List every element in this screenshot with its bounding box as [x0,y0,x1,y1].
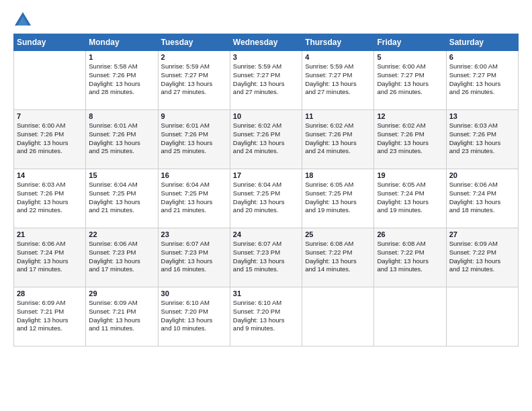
calendar-day-cell [14,51,86,110]
calendar-day-cell: 3Sunrise: 5:59 AM Sunset: 7:27 PM Daylig… [230,51,302,110]
calendar-day-cell: 27Sunrise: 6:09 AM Sunset: 7:22 PM Dayli… [446,228,518,287]
day-info: Sunrise: 6:04 AM Sunset: 7:25 PM Dayligh… [233,181,299,215]
day-info: Sunrise: 6:01 AM Sunset: 7:26 PM Dayligh… [89,122,154,156]
day-info: Sunrise: 6:08 AM Sunset: 7:22 PM Dayligh… [377,240,443,274]
calendar-day-cell: 4Sunrise: 5:59 AM Sunset: 7:27 PM Daylig… [302,51,374,110]
calendar-day-cell [446,287,518,347]
weekday-header: Saturday [446,34,518,51]
day-info: Sunrise: 6:09 AM Sunset: 7:21 PM Dayligh… [89,299,154,333]
day-info: Sunrise: 5:59 AM Sunset: 7:27 PM Dayligh… [305,62,371,97]
weekday-header: Wednesday [230,34,302,51]
calendar-day-cell: 29Sunrise: 6:09 AM Sunset: 7:21 PM Dayli… [86,287,158,347]
day-info: Sunrise: 6:09 AM Sunset: 7:21 PM Dayligh… [17,299,83,333]
day-number: 6 [449,53,515,61]
day-info: Sunrise: 6:00 AM Sunset: 7:26 PM Dayligh… [17,122,83,156]
day-info: Sunrise: 5:59 AM Sunset: 7:27 PM Dayligh… [161,62,227,97]
calendar-day-cell: 5Sunrise: 6:00 AM Sunset: 7:27 PM Daylig… [374,51,446,110]
day-number: 23 [161,230,227,238]
calendar-day-cell: 14Sunrise: 6:03 AM Sunset: 7:26 PM Dayli… [14,169,86,228]
day-info: Sunrise: 6:07 AM Sunset: 7:23 PM Dayligh… [233,240,299,274]
day-info: Sunrise: 6:05 AM Sunset: 7:24 PM Dayligh… [377,181,443,215]
calendar-day-cell: 28Sunrise: 6:09 AM Sunset: 7:21 PM Dayli… [14,287,86,347]
calendar-day-cell: 15Sunrise: 6:04 AM Sunset: 7:25 PM Dayli… [86,169,158,228]
day-info: Sunrise: 6:06 AM Sunset: 7:23 PM Dayligh… [89,240,154,274]
page: SundayMondayTuesdayWednesdayThursdayFrid… [0,0,532,353]
header [13,11,519,30]
day-info: Sunrise: 6:10 AM Sunset: 7:20 PM Dayligh… [233,299,299,333]
day-number: 4 [305,53,371,61]
day-number: 10 [233,112,299,120]
day-info: Sunrise: 6:10 AM Sunset: 7:20 PM Dayligh… [161,299,227,333]
weekday-header: Friday [374,34,446,51]
day-number: 26 [377,230,443,238]
calendar-day-cell: 9Sunrise: 6:01 AM Sunset: 7:26 PM Daylig… [158,110,230,169]
weekday-header-row: SundayMondayTuesdayWednesdayThursdayFrid… [14,34,519,51]
calendar-day-cell: 25Sunrise: 6:08 AM Sunset: 7:22 PM Dayli… [302,228,374,287]
logo [13,11,35,30]
day-info: Sunrise: 6:04 AM Sunset: 7:25 PM Dayligh… [89,181,154,215]
day-number: 22 [89,230,154,238]
day-number: 8 [89,112,154,120]
logo-icon [13,11,32,30]
day-info: Sunrise: 6:04 AM Sunset: 7:25 PM Dayligh… [161,181,227,215]
day-info: Sunrise: 6:03 AM Sunset: 7:26 PM Dayligh… [449,122,515,156]
calendar-day-cell: 11Sunrise: 6:02 AM Sunset: 7:26 PM Dayli… [302,110,374,169]
day-info: Sunrise: 6:03 AM Sunset: 7:26 PM Dayligh… [17,181,83,215]
calendar-day-cell: 12Sunrise: 6:02 AM Sunset: 7:26 PM Dayli… [374,110,446,169]
calendar-day-cell [374,287,446,347]
calendar-week-row: 21Sunrise: 6:06 AM Sunset: 7:24 PM Dayli… [14,228,519,287]
calendar-day-cell: 16Sunrise: 6:04 AM Sunset: 7:25 PM Dayli… [158,169,230,228]
day-info: Sunrise: 6:00 AM Sunset: 7:27 PM Dayligh… [377,62,443,97]
calendar-day-cell: 7Sunrise: 6:00 AM Sunset: 7:26 PM Daylig… [14,110,86,169]
day-info: Sunrise: 6:08 AM Sunset: 7:22 PM Dayligh… [305,240,371,274]
calendar-week-row: 7Sunrise: 6:00 AM Sunset: 7:26 PM Daylig… [14,110,519,169]
calendar-day-cell: 19Sunrise: 6:05 AM Sunset: 7:24 PM Dayli… [374,169,446,228]
calendar-day-cell: 10Sunrise: 6:02 AM Sunset: 7:26 PM Dayli… [230,110,302,169]
day-number: 13 [449,112,515,120]
calendar-day-cell: 2Sunrise: 5:59 AM Sunset: 7:27 PM Daylig… [158,51,230,110]
calendar-day-cell: 31Sunrise: 6:10 AM Sunset: 7:20 PM Dayli… [230,287,302,347]
calendar-week-row: 1Sunrise: 5:58 AM Sunset: 7:26 PM Daylig… [14,51,519,110]
day-number: 1 [89,53,154,61]
calendar-day-cell: 21Sunrise: 6:06 AM Sunset: 7:24 PM Dayli… [14,228,86,287]
day-number: 7 [17,112,83,120]
calendar-day-cell: 6Sunrise: 6:00 AM Sunset: 7:27 PM Daylig… [446,51,518,110]
calendar-day-cell: 23Sunrise: 6:07 AM Sunset: 7:23 PM Dayli… [158,228,230,287]
day-number: 15 [89,171,154,179]
calendar-day-cell: 1Sunrise: 5:58 AM Sunset: 7:26 PM Daylig… [86,51,158,110]
day-number: 2 [161,53,227,61]
day-number: 3 [233,53,299,61]
calendar-week-row: 14Sunrise: 6:03 AM Sunset: 7:26 PM Dayli… [14,169,519,228]
day-info: Sunrise: 6:07 AM Sunset: 7:23 PM Dayligh… [161,240,227,274]
weekday-header: Monday [86,34,158,51]
day-info: Sunrise: 6:05 AM Sunset: 7:25 PM Dayligh… [305,181,371,215]
calendar-table: SundayMondayTuesdayWednesdayThursdayFrid… [13,34,519,347]
calendar-day-cell: 17Sunrise: 6:04 AM Sunset: 7:25 PM Dayli… [230,169,302,228]
calendar-day-cell: 24Sunrise: 6:07 AM Sunset: 7:23 PM Dayli… [230,228,302,287]
calendar-day-cell [302,287,374,347]
calendar-day-cell: 8Sunrise: 6:01 AM Sunset: 7:26 PM Daylig… [86,110,158,169]
day-info: Sunrise: 6:02 AM Sunset: 7:26 PM Dayligh… [233,122,299,156]
day-number: 9 [161,112,227,120]
day-number: 31 [233,289,299,298]
day-number: 18 [305,171,371,179]
day-number: 20 [449,171,515,179]
day-number: 21 [17,230,83,238]
weekday-header: Thursday [302,34,374,51]
day-number: 27 [449,230,515,238]
day-number: 24 [233,230,299,238]
calendar-day-cell: 13Sunrise: 6:03 AM Sunset: 7:26 PM Dayli… [446,110,518,169]
weekday-header: Tuesday [158,34,230,51]
day-info: Sunrise: 6:06 AM Sunset: 7:24 PM Dayligh… [449,181,515,215]
day-info: Sunrise: 5:59 AM Sunset: 7:27 PM Dayligh… [233,62,299,97]
day-number: 16 [161,171,227,179]
day-number: 5 [377,53,443,61]
day-number: 30 [161,289,227,298]
calendar-day-cell: 18Sunrise: 6:05 AM Sunset: 7:25 PM Dayli… [302,169,374,228]
day-number: 19 [377,171,443,179]
calendar-day-cell: 22Sunrise: 6:06 AM Sunset: 7:23 PM Dayli… [86,228,158,287]
day-number: 11 [305,112,371,120]
weekday-header: Sunday [14,34,86,51]
day-info: Sunrise: 5:58 AM Sunset: 7:26 PM Dayligh… [89,62,154,97]
day-info: Sunrise: 6:00 AM Sunset: 7:27 PM Dayligh… [449,62,515,97]
